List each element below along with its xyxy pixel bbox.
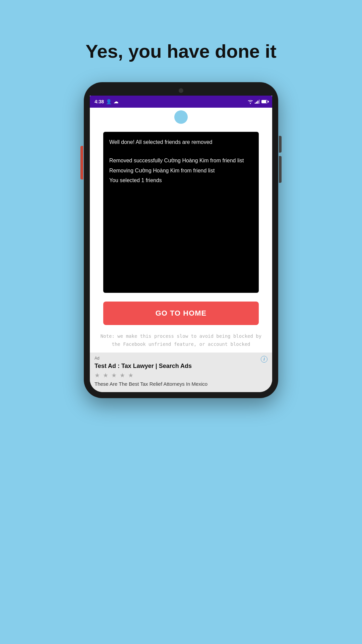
cloud-icon: ☁ bbox=[114, 99, 118, 104]
top-indicator bbox=[90, 108, 272, 126]
battery-icon bbox=[261, 100, 267, 103]
phone-screen: 4:38 👤 ☁ bbox=[90, 96, 272, 392]
svg-rect-0 bbox=[255, 103, 256, 104]
ad-container: Ad i Test Ad : Tax Lawyer | Search Ads ★… bbox=[90, 353, 272, 392]
status-time: 4:38 bbox=[95, 99, 104, 104]
console-line-2: Removed successfully Cường Hoàng Kim fro… bbox=[109, 156, 253, 165]
svg-rect-3 bbox=[259, 100, 260, 104]
ad-stars: ★ ★ ★ ★ ★ bbox=[95, 372, 267, 379]
go-to-home-button[interactable]: GO TO HOME bbox=[103, 302, 259, 325]
status-left: 4:38 👤 ☁ bbox=[95, 99, 118, 104]
page-title: Yes, you have done it bbox=[85, 40, 277, 62]
status-right bbox=[247, 99, 267, 104]
person-icon: 👤 bbox=[106, 99, 112, 104]
ad-title: Test Ad : Tax Lawyer | Search Ads bbox=[95, 363, 267, 370]
console-line-3: Removing Cường Hoàng Kim from friend lis… bbox=[109, 166, 253, 175]
indicator-dot bbox=[174, 110, 188, 124]
volume-up-button bbox=[279, 136, 282, 153]
ad-label: Ad bbox=[95, 356, 267, 361]
front-camera bbox=[179, 88, 183, 93]
console-line-1: Well done! All selected friends are remo… bbox=[109, 138, 253, 147]
ad-description: These Are The Best Tax Relief Attorneys … bbox=[95, 381, 267, 387]
phone-frame: 4:38 👤 ☁ bbox=[84, 82, 278, 398]
status-bar: 4:38 👤 ☁ bbox=[90, 96, 272, 108]
ad-info-icon[interactable]: i bbox=[261, 356, 267, 363]
svg-rect-2 bbox=[257, 101, 258, 104]
signal-icon bbox=[255, 100, 260, 104]
svg-rect-1 bbox=[256, 102, 257, 104]
console-line-4: You selected 1 friends bbox=[109, 176, 253, 185]
volume-down-button bbox=[279, 156, 282, 183]
power-button bbox=[80, 146, 83, 179]
phone-notch bbox=[90, 88, 272, 93]
console-log-area: Well done! All selected friends are remo… bbox=[103, 132, 259, 293]
note-text: Note: we make this process slow to avoid… bbox=[100, 332, 262, 348]
wifi-icon bbox=[247, 99, 253, 104]
